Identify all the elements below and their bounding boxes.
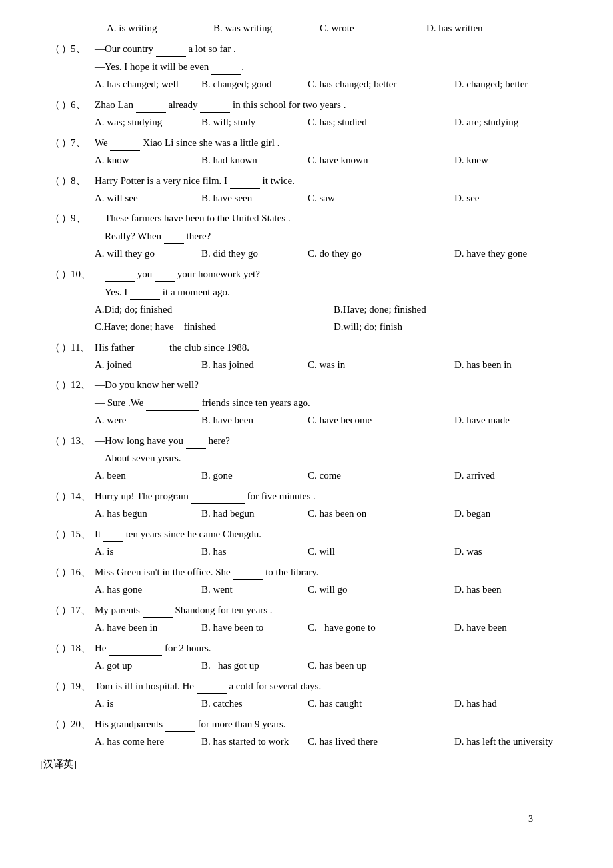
q7-opt-b: B. had known: [201, 152, 308, 168]
question-15: （ ） 15、 It ten years since he came Cheng…: [40, 525, 573, 559]
q20-open-paren: （: [40, 716, 60, 732]
q9-options: A. will they go B. did they go C. do the…: [95, 245, 573, 261]
q19-opt-a: A. is: [95, 695, 201, 711]
q18-number: 18、: [71, 640, 95, 656]
q19-options: A. is B. catches C. has caught D. has ha…: [95, 695, 573, 711]
q12-opt-c: C. have become: [308, 412, 454, 428]
q14-options: A. has begun B. had begun C. has been on…: [95, 505, 573, 521]
q10-opt-b: B.Have; done; finished: [334, 301, 573, 317]
q19-text: Tom is ill in hospital. He a cold for se…: [95, 677, 573, 694]
q10-options: A.Did; do; finished B.Have; done; finish…: [95, 301, 573, 317]
q11-text: His father the club since 1988.: [95, 339, 573, 355]
q16-options: A. has gone B. went C. will go D. has be…: [95, 581, 573, 597]
question-9: （ ） 9、 —These farmers have been to the U…: [40, 210, 573, 261]
q19-open-paren: （: [40, 678, 60, 694]
first-options-row: A. is writing B. was writing C. wrote D.…: [107, 20, 573, 36]
q5-close-paren: ）: [61, 41, 71, 57]
q10-options-row2: C.Have; done; have finished D.will; do; …: [95, 319, 573, 335]
question-10: （ ） 10、 — you your homework yet? —Yes. I…: [40, 265, 573, 335]
q8-options: A. will see B. have seen C. saw D. see: [95, 190, 573, 206]
q6-opt-a: A. was; studying: [95, 114, 201, 130]
q14-opt-a: A. has begun: [95, 505, 201, 521]
q11-opt-a: A. joined: [95, 357, 201, 373]
q7-opt-d: D. knew: [454, 152, 561, 168]
q18-blank1: [109, 639, 162, 656]
q11-blank1: [137, 339, 167, 355]
q8-blank1: [230, 172, 260, 189]
question-6: （ ） 6、 Zhao Lan already in this school f…: [40, 96, 573, 130]
q15-text: It ten years since he came Chengdu.: [95, 525, 573, 542]
q13-open-paren: （: [40, 433, 60, 449]
q7-open-paren: （: [40, 135, 60, 151]
q11-opt-c: C. was in: [308, 357, 454, 373]
q16-open-paren: （: [40, 564, 60, 580]
q8-opt-c: C. saw: [308, 190, 454, 206]
q11-options: A. joined B. has joined C. was in D. has…: [95, 357, 573, 373]
q7-number: 7、: [71, 135, 95, 151]
q15-number: 15、: [71, 526, 95, 542]
q6-close-paren: ）: [61, 97, 71, 113]
q9-opt-d: D. have they gone: [454, 245, 561, 261]
q9-opt-a: A. will they go: [95, 245, 201, 261]
question-17: （ ） 17、 My parents Shandong for ten year…: [40, 601, 573, 635]
q19-opt-c: C. has caught: [308, 695, 454, 711]
q5-subline: —Yes. I hope it will be even .: [95, 58, 573, 75]
q20-number: 20、: [71, 716, 95, 732]
q15-opt-b: B. has: [201, 543, 308, 559]
question-11: （ ） 11、 His father the club since 1988. …: [40, 339, 573, 373]
q11-close-paren: ）: [61, 339, 71, 355]
q8-number: 8、: [71, 173, 95, 189]
q7-text: We Xiao Li since she was a little girl .: [95, 134, 573, 151]
q20-opt-d: D. has left the university: [454, 733, 561, 749]
q14-text: Hurry up! The program for five minutes .: [95, 487, 573, 504]
q14-open-paren: （: [40, 488, 60, 504]
q9-close-paren: ）: [61, 210, 71, 226]
q16-opt-c: C. will go: [308, 581, 454, 597]
page-number: 3: [528, 812, 533, 827]
q6-options: A. was; studying B. will; study C. has; …: [95, 114, 573, 130]
q12-close-paren: ）: [61, 377, 71, 393]
question-16: （ ） 16、 Miss Green isn't in the office. …: [40, 563, 573, 597]
q5-blank2: [211, 58, 241, 75]
question-5: （ ） 5、 —Our country a lot so far . —Yes.…: [40, 40, 573, 92]
q13-opt-d: D. arrived: [454, 467, 561, 483]
q18-opt-b: B. has got up: [201, 657, 308, 673]
q8-opt-b: B. have seen: [201, 190, 308, 206]
q7-options: A. know B. had known C. have known D. kn…: [95, 152, 573, 168]
q9-opt-b: B. did they go: [201, 245, 308, 261]
q5-blank1: [156, 40, 186, 57]
q8-close-paren: ）: [61, 173, 71, 189]
q6-blank1: [136, 96, 166, 113]
q13-blank1: [186, 432, 206, 449]
q17-opt-a: A. have been in: [95, 619, 201, 635]
question-13: （ ） 13、 —How long have you here? —About …: [40, 432, 573, 483]
q14-opt-d: D. began: [454, 505, 561, 521]
q6-opt-b: B. will; study: [201, 114, 308, 130]
q6-open-paren: （: [40, 97, 60, 113]
q19-close-paren: ）: [61, 678, 71, 694]
q18-text: He for 2 hours.: [95, 639, 573, 656]
q16-text: Miss Green isn't in the office. She to t…: [95, 563, 573, 580]
q10-text: — you your homework yet?: [95, 265, 573, 282]
q19-opt-d: D. has had: [454, 695, 561, 711]
q11-number: 11、: [71, 339, 95, 355]
q18-opt-a: A. got up: [95, 657, 201, 673]
q13-opt-c: C. come: [308, 467, 454, 483]
q14-blank1: [191, 487, 245, 504]
q5-opt-c: C. has changed; better: [308, 76, 454, 92]
q13-options: A. been B. gone C. come D. arrived: [95, 467, 573, 483]
q5-number: 5、: [71, 41, 95, 57]
q7-opt-a: A. know: [95, 152, 201, 168]
section-label-text: [汉译英]: [40, 759, 77, 769]
q13-opt-b: B. gone: [201, 467, 308, 483]
q5-options: A. has changed; well B. changed; good C.…: [95, 76, 573, 92]
q20-close-paren: ）: [61, 716, 71, 732]
q11-open-paren: （: [40, 339, 60, 355]
section-label: [汉译英]: [40, 756, 573, 772]
q10-close-paren: ）: [61, 266, 71, 282]
question-14: （ ） 14、 Hurry up! The program for five m…: [40, 487, 573, 521]
q20-opt-c: C. has lived there: [308, 733, 454, 749]
q8-opt-d: D. see: [454, 190, 561, 206]
q18-open-paren: （: [40, 640, 60, 656]
q8-opt-a: A. will see: [95, 190, 201, 206]
